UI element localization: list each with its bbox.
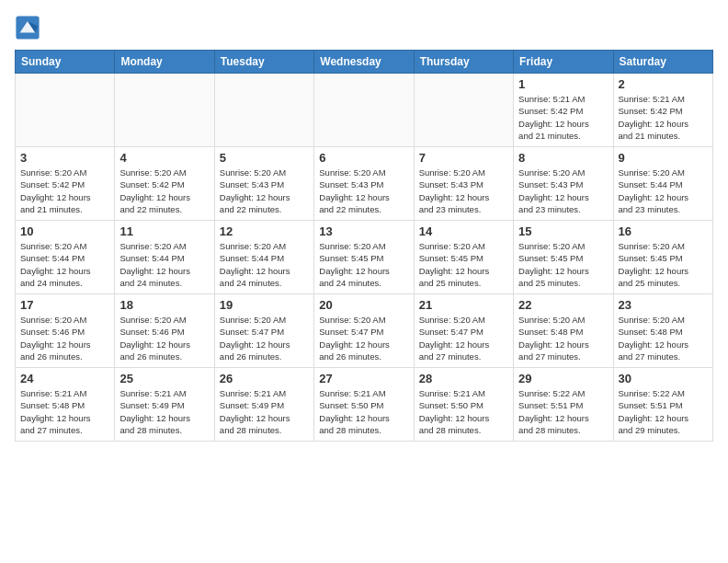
day-info: Sunrise: 5:20 AMSunset: 5:47 PMDaylight:… bbox=[419, 314, 508, 362]
day-cell: 9Sunrise: 5:20 AMSunset: 5:44 PMDaylight… bbox=[613, 147, 712, 221]
day-number: 23 bbox=[619, 298, 708, 312]
day-info: Sunrise: 5:22 AMSunset: 5:51 PMDaylight:… bbox=[619, 387, 708, 436]
day-cell bbox=[414, 74, 513, 147]
day-number: 25 bbox=[119, 372, 209, 385]
day-number: 2 bbox=[619, 77, 708, 91]
week-row-1: 1Sunrise: 5:21 AMSunset: 5:42 PMDaylight… bbox=[16, 74, 713, 147]
day-number: 10 bbox=[20, 224, 109, 238]
week-row-4: 17Sunrise: 5:20 AMSunset: 5:46 PMDayligh… bbox=[16, 294, 713, 368]
day-cell: 11Sunrise: 5:20 AMSunset: 5:44 PMDayligh… bbox=[115, 221, 214, 294]
day-cell bbox=[314, 74, 414, 147]
day-info: Sunrise: 5:21 AMSunset: 5:49 PMDaylight:… bbox=[220, 387, 309, 436]
day-number: 28 bbox=[419, 372, 508, 385]
col-header-wednesday: Wednesday bbox=[314, 51, 414, 74]
day-cell: 19Sunrise: 5:20 AMSunset: 5:47 PMDayligh… bbox=[214, 294, 313, 368]
logo bbox=[15, 15, 44, 40]
day-info: Sunrise: 5:20 AMSunset: 5:42 PMDaylight:… bbox=[20, 167, 109, 215]
day-info: Sunrise: 5:20 AMSunset: 5:45 PMDaylight:… bbox=[619, 240, 708, 289]
day-number: 18 bbox=[119, 298, 209, 312]
day-cell: 4Sunrise: 5:20 AMSunset: 5:42 PMDaylight… bbox=[115, 147, 214, 221]
day-info: Sunrise: 5:20 AMSunset: 5:47 PMDaylight:… bbox=[220, 314, 309, 362]
day-number: 30 bbox=[619, 372, 708, 385]
day-info: Sunrise: 5:20 AMSunset: 5:46 PMDaylight:… bbox=[20, 314, 109, 362]
day-cell: 27Sunrise: 5:21 AMSunset: 5:50 PMDayligh… bbox=[314, 368, 414, 442]
col-header-saturday: Saturday bbox=[613, 51, 712, 74]
day-number: 22 bbox=[518, 298, 608, 312]
day-cell: 1Sunrise: 5:21 AMSunset: 5:42 PMDaylight… bbox=[514, 74, 613, 147]
day-cell: 13Sunrise: 5:20 AMSunset: 5:45 PMDayligh… bbox=[314, 221, 414, 294]
day-cell: 23Sunrise: 5:20 AMSunset: 5:48 PMDayligh… bbox=[613, 294, 712, 368]
day-number: 29 bbox=[518, 372, 608, 385]
day-info: Sunrise: 5:21 AMSunset: 5:42 PMDaylight:… bbox=[518, 93, 608, 142]
day-cell: 20Sunrise: 5:20 AMSunset: 5:47 PMDayligh… bbox=[314, 294, 414, 368]
logo-icon bbox=[15, 15, 40, 40]
day-info: Sunrise: 5:21 AMSunset: 5:49 PMDaylight:… bbox=[119, 387, 209, 436]
day-info: Sunrise: 5:20 AMSunset: 5:44 PMDaylight:… bbox=[619, 167, 708, 215]
day-number: 26 bbox=[220, 372, 309, 385]
day-number: 14 bbox=[419, 224, 508, 238]
day-cell: 28Sunrise: 5:21 AMSunset: 5:50 PMDayligh… bbox=[414, 368, 513, 442]
day-info: Sunrise: 5:20 AMSunset: 5:43 PMDaylight:… bbox=[220, 167, 309, 215]
day-cell: 10Sunrise: 5:20 AMSunset: 5:44 PMDayligh… bbox=[16, 221, 115, 294]
day-info: Sunrise: 5:21 AMSunset: 5:42 PMDaylight:… bbox=[619, 93, 708, 142]
day-number: 24 bbox=[20, 372, 109, 385]
day-info: Sunrise: 5:20 AMSunset: 5:45 PMDaylight:… bbox=[518, 240, 608, 289]
day-cell: 5Sunrise: 5:20 AMSunset: 5:43 PMDaylight… bbox=[214, 147, 313, 221]
day-cell: 2Sunrise: 5:21 AMSunset: 5:42 PMDaylight… bbox=[613, 74, 712, 147]
day-cell bbox=[16, 74, 115, 147]
day-cell: 8Sunrise: 5:20 AMSunset: 5:43 PMDaylight… bbox=[514, 147, 613, 221]
day-number: 5 bbox=[220, 151, 309, 165]
day-number: 19 bbox=[220, 298, 309, 312]
week-row-3: 10Sunrise: 5:20 AMSunset: 5:44 PMDayligh… bbox=[16, 221, 713, 294]
day-cell: 16Sunrise: 5:20 AMSunset: 5:45 PMDayligh… bbox=[613, 221, 712, 294]
week-row-2: 3Sunrise: 5:20 AMSunset: 5:42 PMDaylight… bbox=[16, 147, 713, 221]
day-cell bbox=[115, 74, 214, 147]
day-info: Sunrise: 5:21 AMSunset: 5:50 PMDaylight:… bbox=[419, 387, 508, 436]
day-cell: 6Sunrise: 5:20 AMSunset: 5:43 PMDaylight… bbox=[314, 147, 414, 221]
calendar-table: SundayMondayTuesdayWednesdayThursdayFrid… bbox=[15, 50, 713, 442]
week-row-5: 24Sunrise: 5:21 AMSunset: 5:48 PMDayligh… bbox=[16, 368, 713, 442]
day-cell: 7Sunrise: 5:20 AMSunset: 5:43 PMDaylight… bbox=[414, 147, 513, 221]
day-number: 20 bbox=[319, 298, 408, 312]
day-number: 15 bbox=[518, 224, 608, 238]
day-info: Sunrise: 5:20 AMSunset: 5:43 PMDaylight:… bbox=[518, 167, 608, 215]
day-cell: 25Sunrise: 5:21 AMSunset: 5:49 PMDayligh… bbox=[115, 368, 214, 442]
day-info: Sunrise: 5:20 AMSunset: 5:44 PMDaylight:… bbox=[119, 240, 209, 289]
day-info: Sunrise: 5:20 AMSunset: 5:45 PMDaylight:… bbox=[319, 240, 408, 289]
day-info: Sunrise: 5:21 AMSunset: 5:48 PMDaylight:… bbox=[20, 387, 109, 436]
day-cell: 22Sunrise: 5:20 AMSunset: 5:48 PMDayligh… bbox=[514, 294, 613, 368]
day-number: 13 bbox=[319, 224, 408, 238]
day-number: 7 bbox=[419, 151, 508, 165]
day-info: Sunrise: 5:21 AMSunset: 5:50 PMDaylight:… bbox=[319, 387, 408, 436]
day-info: Sunrise: 5:20 AMSunset: 5:44 PMDaylight:… bbox=[220, 240, 309, 289]
day-cell: 29Sunrise: 5:22 AMSunset: 5:51 PMDayligh… bbox=[514, 368, 613, 442]
day-cell: 26Sunrise: 5:21 AMSunset: 5:49 PMDayligh… bbox=[214, 368, 313, 442]
day-cell: 30Sunrise: 5:22 AMSunset: 5:51 PMDayligh… bbox=[613, 368, 712, 442]
col-header-thursday: Thursday bbox=[414, 51, 513, 74]
day-number: 4 bbox=[119, 151, 209, 165]
day-number: 27 bbox=[319, 372, 408, 385]
col-header-monday: Monday bbox=[115, 51, 214, 74]
day-number: 17 bbox=[20, 298, 109, 312]
col-header-tuesday: Tuesday bbox=[214, 51, 313, 74]
calendar-header-row: SundayMondayTuesdayWednesdayThursdayFrid… bbox=[16, 51, 713, 74]
day-cell: 18Sunrise: 5:20 AMSunset: 5:46 PMDayligh… bbox=[115, 294, 214, 368]
day-cell: 17Sunrise: 5:20 AMSunset: 5:46 PMDayligh… bbox=[16, 294, 115, 368]
day-number: 9 bbox=[619, 151, 708, 165]
day-info: Sunrise: 5:20 AMSunset: 5:45 PMDaylight:… bbox=[419, 240, 508, 289]
day-number: 12 bbox=[220, 224, 309, 238]
day-number: 8 bbox=[518, 151, 608, 165]
col-header-friday: Friday bbox=[514, 51, 613, 74]
day-number: 11 bbox=[119, 224, 209, 238]
day-info: Sunrise: 5:20 AMSunset: 5:48 PMDaylight:… bbox=[518, 314, 608, 362]
day-info: Sunrise: 5:20 AMSunset: 5:48 PMDaylight:… bbox=[619, 314, 708, 362]
day-info: Sunrise: 5:20 AMSunset: 5:43 PMDaylight:… bbox=[319, 167, 408, 215]
day-cell: 14Sunrise: 5:20 AMSunset: 5:45 PMDayligh… bbox=[414, 221, 513, 294]
day-info: Sunrise: 5:20 AMSunset: 5:47 PMDaylight:… bbox=[319, 314, 408, 362]
day-cell: 21Sunrise: 5:20 AMSunset: 5:47 PMDayligh… bbox=[414, 294, 513, 368]
day-info: Sunrise: 5:22 AMSunset: 5:51 PMDaylight:… bbox=[518, 387, 608, 436]
day-cell: 15Sunrise: 5:20 AMSunset: 5:45 PMDayligh… bbox=[514, 221, 613, 294]
day-number: 6 bbox=[319, 151, 408, 165]
col-header-sunday: Sunday bbox=[16, 51, 115, 74]
day-number: 1 bbox=[518, 77, 608, 91]
